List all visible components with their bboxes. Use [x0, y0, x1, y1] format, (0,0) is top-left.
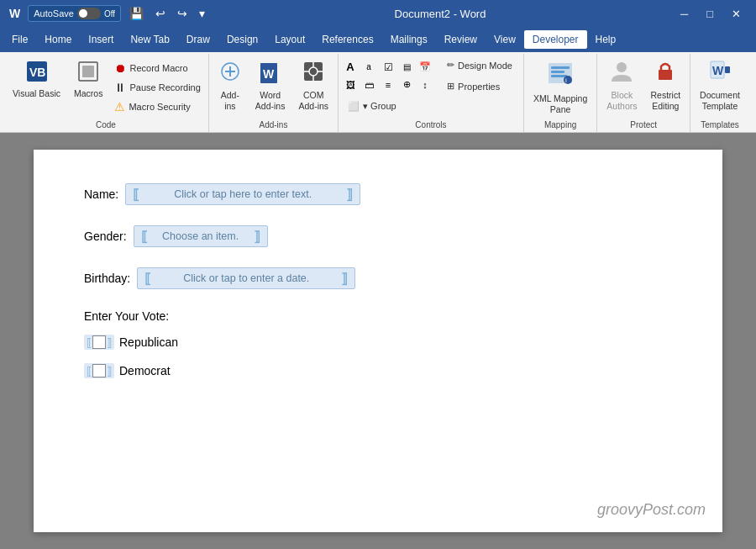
macros-label: Macros — [74, 88, 102, 99]
gender-field[interactable]: ⟦ Choose an item. ⟧ — [134, 225, 268, 247]
block-authors-button[interactable]: BlockAuthors — [601, 55, 643, 115]
menu-file[interactable]: File — [3, 30, 36, 49]
name-bracket-right: ⟧ — [346, 187, 353, 203]
word-logo-icon: W — [7, 6, 23, 21]
menu-mailings[interactable]: Mailings — [382, 30, 436, 49]
group-button[interactable]: ⬜ ▾ Group — [342, 98, 402, 115]
svg-text:W: W — [263, 67, 275, 81]
svg-rect-3 — [82, 66, 94, 77]
save-button[interactable]: 💾 — [126, 5, 147, 22]
menu-home[interactable]: Home — [36, 30, 80, 49]
close-button[interactable]: ✕ — [723, 0, 749, 27]
name-placeholder: Click or tap here to enter text. — [139, 188, 346, 200]
document-template-button[interactable]: W DocumentTemplate — [694, 55, 746, 115]
menu-references[interactable]: References — [313, 30, 381, 49]
autosave-knob — [79, 9, 87, 18]
vote-section: Enter Your Vote: ⟦ ⟧ Republican ⟦ ⟧ — [84, 309, 672, 378]
visual-basic-button[interactable]: VB Visual Basic — [7, 55, 66, 103]
gender-bracket-left: ⟦ — [141, 229, 148, 245]
republican-checkbox[interactable] — [92, 335, 106, 349]
republican-label: Republican — [119, 335, 178, 349]
menu-new-tab[interactable]: New Tab — [122, 30, 177, 49]
republican-row: ⟦ ⟧ Republican — [84, 335, 672, 350]
checkbox-control-button[interactable]: ☑ — [380, 59, 396, 76]
redo-button[interactable]: ↪ — [174, 5, 191, 22]
customize-qat-button[interactable]: ▾ — [196, 5, 208, 22]
record-macro-button[interactable]: ⏺ Record Macro — [110, 59, 204, 77]
xml-mapping-pane-button[interactable]: i XML MappingPane — [528, 55, 593, 119]
republican-bracket-right: ⟧ — [107, 336, 112, 349]
group-icon: ⬜ — [348, 101, 360, 112]
svg-text:W: W — [712, 64, 724, 77]
design-mode-section: ✏ Design Mode ⊞ Properties — [439, 55, 520, 96]
gender-placeholder: Choose an item. — [148, 230, 254, 242]
gender-label: Gender: — [84, 230, 127, 243]
controls-group-label: Controls — [342, 119, 520, 132]
design-mode-button[interactable]: ✏ Design Mode — [439, 55, 520, 75]
document-area: Name: ⟦ Click or tap here to enter text.… — [0, 133, 756, 549]
menu-draw[interactable]: Draw — [178, 30, 218, 49]
ribbon-group-protect: BlockAuthors RestrictEditing Protect — [597, 54, 690, 132]
autosave-toggle[interactable] — [77, 8, 101, 19]
democrat-checkbox[interactable] — [92, 364, 106, 377]
svg-text:i: i — [565, 77, 567, 84]
restore-button[interactable]: □ — [698, 0, 722, 27]
pause-recording-button[interactable]: ⏸ Pause Recording — [110, 78, 204, 97]
republican-bracket-left: ⟦ — [87, 336, 92, 349]
scroll-control-button[interactable]: ↕ — [417, 77, 433, 93]
text-control-small-button[interactable]: a — [360, 59, 377, 76]
mapping-group-content: i XML MappingPane — [528, 55, 593, 119]
ribbon-group-mapping: i XML MappingPane Mapping — [524, 54, 597, 132]
menu-insert[interactable]: Insert — [80, 30, 122, 49]
list-control-button[interactable]: ≡ — [380, 77, 396, 93]
name-field[interactable]: ⟦ Click or tap here to enter text. ⟧ — [125, 183, 360, 205]
democrat-checkbox-widget[interactable]: ⟦ ⟧ — [84, 363, 114, 378]
democrat-label: Democrat — [119, 364, 171, 377]
image-control-button[interactable]: 🖼 — [342, 77, 359, 93]
minimize-button[interactable]: ─ — [672, 0, 696, 27]
vote-label: Enter Your Vote: — [84, 309, 672, 323]
window-controls: ─ □ ✕ — [672, 0, 749, 27]
com-add-ins-icon — [302, 60, 325, 88]
democrat-bracket-left: ⟦ — [87, 365, 92, 377]
com-add-ins-button[interactable]: COMAdd-ins — [292, 55, 334, 115]
undo-button[interactable]: ↩ — [152, 5, 169, 22]
macros-button[interactable]: Macros — [68, 55, 108, 103]
spin-control-button[interactable]: ⊕ — [398, 77, 415, 93]
menu-developer[interactable]: Developer — [524, 30, 587, 49]
restrict-editing-icon — [654, 60, 677, 88]
menu-bar: File Home Insert New Tab Draw Design Lay… — [0, 27, 756, 52]
restrict-editing-button[interactable]: RestrictEditing — [644, 55, 686, 115]
add-ins-label: Add-ins — [221, 90, 239, 111]
properties-button[interactable]: ⊞ Properties — [439, 77, 520, 96]
design-mode-icon: ✏ — [447, 60, 454, 71]
block-authors-label: BlockAuthors — [606, 90, 637, 111]
ribbon-group-controls: A a 🖼 🗃 ☑ ▤ 📅 — [339, 54, 524, 132]
watermark: groovyPost.com — [597, 501, 706, 519]
macro-security-button[interactable]: ⚠ Macro Security — [110, 98, 204, 116]
menu-review[interactable]: Review — [436, 30, 486, 49]
code-group-label: Code — [7, 119, 205, 132]
birthday-field[interactable]: ⟦ Click or tap to enter a date. ⟧ — [137, 267, 355, 289]
menu-view[interactable]: View — [486, 30, 524, 49]
add-ins-button[interactable]: Add-ins — [213, 55, 248, 115]
group-row: ⬜ ▾ Group — [342, 98, 402, 115]
date-control-button[interactable]: 📅 — [417, 59, 433, 76]
ribbon-group-add-ins: Add-ins W WordAdd-ins COMAdd-ins Add-ins — [209, 54, 339, 132]
combo-box-control-button[interactable]: ▤ — [398, 59, 415, 76]
menu-help[interactable]: Help — [587, 30, 625, 49]
autosave-badge[interactable]: AutoSave Off — [28, 5, 121, 22]
document-template-label: DocumentTemplate — [700, 90, 740, 111]
text-control-large-button[interactable]: A — [342, 59, 359, 76]
menu-layout[interactable]: Layout — [266, 30, 313, 49]
combo-control-button[interactable]: 🗃 — [360, 77, 377, 93]
ribbon-group-code: VB Visual Basic Macros ⏺ Record Macro — [3, 54, 209, 132]
controls-group-content: A a 🖼 🗃 ☑ ▤ 📅 — [342, 55, 520, 119]
visual-basic-icon: VB — [25, 60, 49, 87]
macro-security-icon: ⚠ — [114, 100, 125, 113]
add-ins-group-content: Add-ins W WordAdd-ins COMAdd-ins — [213, 55, 334, 119]
xml-mapping-pane-label: XML MappingPane — [533, 93, 587, 114]
menu-design[interactable]: Design — [218, 30, 266, 49]
republican-checkbox-widget[interactable]: ⟦ ⟧ — [84, 335, 114, 350]
word-add-ins-button[interactable]: W WordAdd-ins — [249, 55, 291, 115]
